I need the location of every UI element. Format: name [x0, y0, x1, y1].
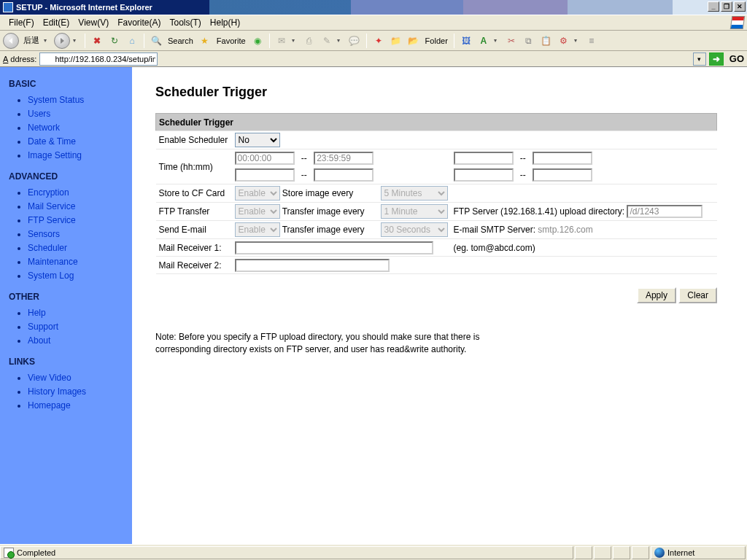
- favorite-label[interactable]: Favorite: [215, 36, 247, 45]
- paste-button[interactable]: 📋: [539, 34, 554, 48]
- menu-edit[interactable]: Edit(E): [39, 16, 74, 29]
- time4-to-input[interactable]: [533, 168, 592, 182]
- time2-from-input[interactable]: [454, 152, 514, 165]
- go-button[interactable]: ➜: [709, 52, 724, 66]
- apply-button[interactable]: Apply: [637, 287, 676, 303]
- sidebar-item-help[interactable]: Help: [28, 306, 126, 320]
- address-label-rest: ddress:: [10, 55, 36, 63]
- dash-icon: --: [297, 170, 311, 180]
- tool-image-icon[interactable]: 🖼: [459, 34, 473, 48]
- mail-receiver1-input[interactable]: [235, 241, 433, 254]
- smtp-label: E-mail SMTP Server:: [454, 225, 535, 235]
- tool-wand-icon[interactable]: ✦: [371, 34, 386, 48]
- sidebar-item-scheduler[interactable]: Scheduler: [28, 241, 126, 255]
- stop-button[interactable]: ✖: [90, 34, 104, 48]
- favorites-icon[interactable]: ★: [198, 34, 212, 48]
- toolbar: 后退 ▾ ▾ ✖ ↻ ⌂ 🔍 Search ★ Favorite ◉ ✉ ▾ ⎙…: [0, 31, 747, 51]
- copy-button[interactable]: ⧉: [522, 34, 536, 48]
- discuss-button[interactable]: 💬: [347, 34, 362, 48]
- tool-folder-up-icon[interactable]: 📁: [389, 34, 403, 48]
- menu-help[interactable]: Help(H): [206, 16, 244, 29]
- sidebar-item-maintenance[interactable]: Maintenance: [28, 255, 126, 269]
- ftp-label: FTP Transfer: [156, 203, 232, 221]
- home-button[interactable]: ⌂: [125, 34, 139, 48]
- back-button[interactable]: [3, 33, 19, 49]
- time4-from-input[interactable]: [454, 168, 514, 182]
- sidebar-item-homepage[interactable]: Homepage: [28, 399, 126, 413]
- section-header: Scheduler Trigger: [156, 114, 717, 131]
- ftp-dir-input[interactable]: [627, 205, 703, 218]
- tool-misc-icon[interactable]: ≡: [584, 34, 599, 48]
- internet-zone-icon: [654, 548, 665, 558]
- sidebar-heading-links: LINKS: [9, 357, 126, 367]
- clear-button[interactable]: Clear: [678, 287, 717, 303]
- folder-label[interactable]: Folder: [424, 36, 449, 45]
- menu-view[interactable]: View(V): [74, 16, 113, 29]
- menu-favorites[interactable]: Favorite(A): [113, 16, 165, 29]
- address-input[interactable]: [39, 52, 158, 66]
- mail-dropdown-icon[interactable]: ▾: [292, 37, 299, 44]
- close-button[interactable]: ✕: [734, 1, 746, 12]
- menu-file[interactable]: File(F): [4, 16, 39, 29]
- sidebar-item-sensors[interactable]: Sensors: [28, 228, 126, 241]
- tool-settings-icon[interactable]: ⚙: [557, 34, 571, 48]
- time3-from-input[interactable]: [235, 168, 295, 182]
- search-label[interactable]: Search: [166, 36, 195, 45]
- time1-from-input[interactable]: [235, 152, 295, 165]
- mail-button[interactable]: ✉: [274, 34, 289, 48]
- store-cf-label: Store to CF Card: [156, 184, 232, 203]
- time1-to-input[interactable]: [314, 152, 374, 165]
- sidebar-item-support[interactable]: Support: [28, 320, 126, 334]
- tool-font-icon[interactable]: A: [476, 34, 491, 48]
- ie-logo-icon: [731, 16, 744, 29]
- tool-open-icon[interactable]: 📂: [406, 34, 421, 48]
- edit-dropdown-icon[interactable]: ▾: [337, 37, 344, 44]
- sidebar-item-encryption[interactable]: Encryption: [28, 186, 126, 200]
- ftp-every-select[interactable]: 1 Minute: [381, 204, 448, 219]
- sidebar-item-network[interactable]: Network: [28, 121, 126, 135]
- edit-button[interactable]: ✎: [320, 34, 334, 48]
- ftp-enable-select[interactable]: Enable: [235, 204, 280, 219]
- footer-note: Note: Before you specify a FTP upload di…: [155, 331, 535, 356]
- forward-dropdown-icon[interactable]: ▾: [73, 37, 80, 44]
- ftp-server-label: FTP Server (192.168.1.41) upload directo…: [454, 206, 625, 217]
- search-icon[interactable]: 🔍: [149, 34, 163, 48]
- settings-dropdown-icon[interactable]: ▾: [574, 37, 581, 44]
- address-dropdown-button[interactable]: ▾: [693, 52, 706, 66]
- store-enable-select[interactable]: Enable: [235, 186, 280, 201]
- font-dropdown-icon[interactable]: ▾: [494, 37, 501, 44]
- print-button[interactable]: ⎙: [302, 34, 317, 48]
- sidebar-item-view-video[interactable]: View Video: [28, 371, 126, 385]
- cut-button[interactable]: ✂: [504, 34, 519, 48]
- restore-button[interactable]: ❐: [721, 1, 732, 12]
- mail-receiver2-input[interactable]: [235, 259, 390, 272]
- minimize-button[interactable]: _: [708, 1, 719, 12]
- sidebar-item-system-log[interactable]: System Log: [28, 269, 126, 283]
- sidebar-item-about[interactable]: About: [28, 334, 126, 348]
- back-dropdown-icon[interactable]: ▾: [44, 37, 51, 44]
- menu-tools[interactable]: Tools(T): [166, 16, 206, 29]
- settings-form: Scheduler Trigger Enable Scheduler No Ti…: [155, 113, 717, 274]
- mail-every-label: Transfer image every: [282, 225, 365, 235]
- sidebar-heading-advanced: ADVANCED: [9, 171, 126, 182]
- sidebar-item-date-time[interactable]: Date & Time: [28, 135, 126, 149]
- sidebar-item-users[interactable]: Users: [28, 107, 126, 121]
- sidebar-item-ftp-service[interactable]: FTP Service: [28, 214, 126, 228]
- mail-every-select[interactable]: 30 Seconds: [381, 222, 448, 237]
- time2-to-input[interactable]: [533, 152, 592, 165]
- sidebar-item-image-setting[interactable]: Image Setting: [28, 149, 126, 163]
- history-button[interactable]: ◉: [250, 34, 265, 48]
- mail-enable-select[interactable]: Enable: [235, 222, 280, 237]
- store-every-select[interactable]: 5 Minutes: [381, 186, 448, 201]
- time3-to-input[interactable]: [314, 168, 374, 182]
- sidebar-item-mail-service[interactable]: Mail Service: [28, 200, 126, 214]
- sidebar-item-history-images[interactable]: History Images: [28, 385, 126, 399]
- status-pane-1: [575, 546, 592, 559]
- mail-receiver1-label: Mail Receiver 1:: [156, 239, 232, 257]
- forward-button[interactable]: [54, 33, 70, 49]
- status-bar: Completed Internet: [0, 544, 747, 560]
- page-title: Scheduler Trigger: [155, 85, 727, 100]
- sidebar-item-system-status[interactable]: System Status: [28, 93, 126, 107]
- enable-scheduler-select[interactable]: No: [235, 133, 280, 147]
- refresh-button[interactable]: ↻: [107, 34, 122, 48]
